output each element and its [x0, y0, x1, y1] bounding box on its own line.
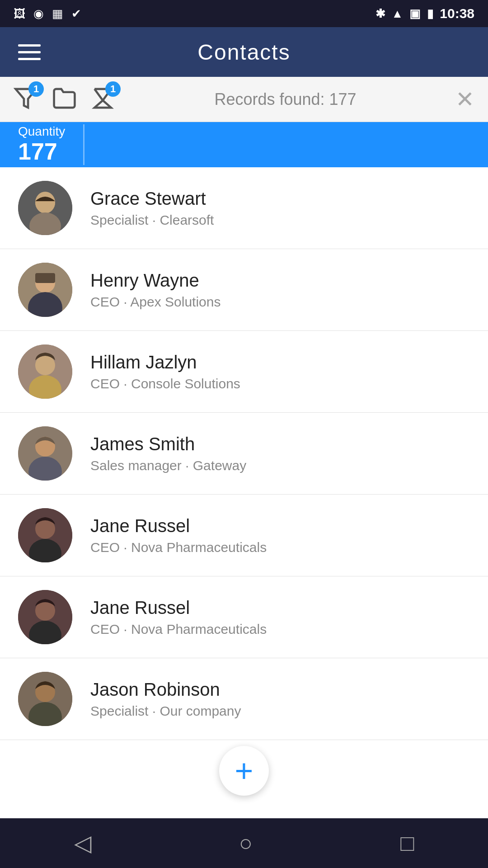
- contact-info: Jason Robinson Specialist · Our company: [90, 679, 470, 719]
- svg-rect-8: [35, 273, 55, 283]
- hamburger-line-1: [18, 44, 41, 47]
- time-display: 10:38: [440, 6, 474, 21]
- filter-badge: 1: [28, 81, 44, 97]
- avatar: [18, 426, 72, 481]
- add-contact-button[interactable]: +: [219, 746, 269, 796]
- contact-name: Hillam Jazlyn: [90, 352, 470, 373]
- avatar: [18, 344, 72, 399]
- wifi-icon: ▲: [392, 7, 404, 21]
- photo-icon: 🖼: [14, 7, 25, 21]
- contact-name: Jane Russel: [90, 516, 470, 536]
- sum-button[interactable]: 1: [90, 86, 115, 113]
- list-item[interactable]: Jane Russel CEO · Nova Pharmaceuticals: [0, 495, 488, 576]
- hamburger-menu[interactable]: [18, 44, 41, 60]
- recent-button[interactable]: □: [400, 830, 414, 856]
- app-header: Contacts: [0, 27, 488, 77]
- close-button[interactable]: ✕: [455, 86, 474, 113]
- home-button[interactable]: ○: [239, 830, 253, 856]
- quantity-bar: Quantity 177: [0, 122, 488, 167]
- list-item[interactable]: James Smith Sales manager · Gateway: [0, 413, 488, 495]
- bluetooth-icon: ✱: [375, 7, 385, 21]
- avatar: [18, 263, 72, 317]
- quantity-value: 177: [18, 139, 65, 165]
- quantity-label: Quantity: [18, 124, 65, 139]
- svg-point-4: [35, 193, 55, 212]
- status-bar-left: 🖼 ◉ ▦ ✔: [14, 7, 81, 21]
- back-button[interactable]: ◁: [74, 830, 91, 856]
- contact-subtitle: CEO · Nova Pharmaceuticals: [90, 622, 470, 637]
- circle-icon: ◉: [33, 7, 44, 21]
- contact-subtitle: Sales manager · Gateway: [90, 458, 470, 473]
- contact-info: Henry Wayne CEO · Apex Solutions: [90, 270, 470, 310]
- contact-name: Grace Stewart: [90, 189, 470, 209]
- contact-name: James Smith: [90, 434, 470, 454]
- contact-info: Jane Russel CEO · Nova Pharmaceuticals: [90, 516, 470, 555]
- contact-info: James Smith Sales manager · Gateway: [90, 434, 470, 473]
- page-title: Contacts: [197, 40, 290, 65]
- contact-name: Jane Russel: [90, 598, 470, 618]
- quantity-section: Quantity 177: [0, 124, 84, 165]
- sum-badge: 1: [105, 81, 121, 97]
- status-bar-right: ✱ ▲ ▣ ▮ 10:38: [375, 6, 474, 21]
- contact-list: Grace Stewart Specialist · Clearsoft Hen…: [0, 167, 488, 818]
- nav-bar: ◁ ○ □: [0, 818, 488, 868]
- avatar: [18, 181, 72, 235]
- status-bar: 🖼 ◉ ▦ ✔ ✱ ▲ ▣ ▮ 10:38: [0, 0, 488, 27]
- contact-name: Henry Wayne: [90, 270, 470, 291]
- battery-icon: ▮: [427, 7, 433, 21]
- contact-subtitle: Specialist · Our company: [90, 703, 470, 719]
- avatar: [18, 508, 72, 562]
- contact-info: Hillam Jazlyn CEO · Console Solutions: [90, 352, 470, 392]
- list-item[interactable]: Grace Stewart Specialist · Clearsoft: [0, 167, 488, 249]
- folder-button[interactable]: [52, 86, 77, 113]
- records-count: Records found: 177: [129, 90, 442, 109]
- list-item[interactable]: Henry Wayne CEO · Apex Solutions: [0, 249, 488, 331]
- contact-subtitle: CEO · Nova Pharmaceuticals: [90, 540, 470, 555]
- hamburger-line-2: [18, 51, 41, 53]
- task-icon: ✔: [71, 7, 81, 21]
- list-item[interactable]: Jane Russel CEO · Nova Pharmaceuticals: [0, 576, 488, 658]
- list-item[interactable]: Hillam Jazlyn CEO · Console Solutions: [0, 331, 488, 413]
- avatar: [18, 672, 72, 726]
- filter-button[interactable]: 1: [14, 86, 38, 113]
- contact-subtitle: CEO · Apex Solutions: [90, 294, 470, 310]
- calendar-icon: ▦: [52, 7, 63, 21]
- contact-info: Jane Russel CEO · Nova Pharmaceuticals: [90, 598, 470, 637]
- toolbar: 1 1 Records found: 177 ✕: [0, 77, 488, 122]
- avatar: [18, 590, 72, 644]
- contact-name: Jason Robinson: [90, 679, 470, 700]
- signal-icon: ▣: [409, 7, 421, 21]
- list-item[interactable]: Jason Robinson Specialist · Our company: [0, 658, 488, 740]
- folder-icon: [52, 86, 77, 111]
- contact-info: Grace Stewart Specialist · Clearsoft: [90, 189, 470, 228]
- contact-subtitle: CEO · Console Solutions: [90, 376, 470, 392]
- hamburger-line-3: [18, 58, 41, 60]
- svg-point-10: [35, 355, 55, 375]
- contact-subtitle: Specialist · Clearsoft: [90, 212, 470, 228]
- plus-icon: +: [235, 755, 253, 787]
